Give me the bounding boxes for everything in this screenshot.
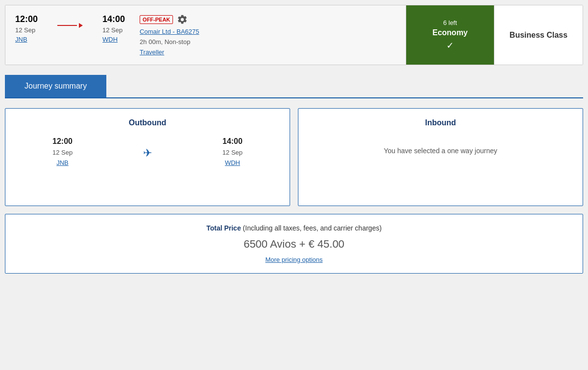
journey-summary-tab[interactable]: Journey summary <box>5 75 106 97</box>
gear-icon <box>177 14 188 25</box>
economy-seats: 6 left <box>443 19 457 26</box>
outbound-dep-time: 12:00 <box>52 137 73 146</box>
departure-date: 12 Sep <box>15 26 38 34</box>
departure-time: 12:00 <box>15 14 38 24</box>
arrow-tip <box>79 23 83 28</box>
flight-info: 12:00 12 Sep JNB 14:00 12 Sep WDH OFF-PE… <box>5 5 406 65</box>
outbound-arrival: 14:00 12 Sep WDH <box>222 137 243 166</box>
airline-col: OFF-PEAK Comair Ltd - BA6275 2h 00m, Non… <box>140 14 199 56</box>
flight-card: 12:00 12 Sep JNB 14:00 12 Sep WDH OFF-PE… <box>5 5 583 65</box>
price-value: 6500 Avios + € 45.00 <box>17 238 571 251</box>
price-box: Total Price (Including all taxes, fees, … <box>5 214 583 274</box>
outbound-arr-airport[interactable]: WDH <box>225 159 240 166</box>
business-class-box[interactable]: Business Class <box>494 5 583 65</box>
more-pricing-link[interactable]: More pricing options <box>265 256 322 263</box>
inbound-title: Inbound <box>310 118 571 127</box>
arrival-airport[interactable]: WDH <box>102 36 125 43</box>
journey-boxes: Outbound 12:00 12 Sep JNB ✈ 14:00 12 Sep… <box>5 108 583 206</box>
flight-duration: 2h 00m, Non-stop <box>140 38 199 46</box>
arrival-time: 14:00 <box>102 14 125 24</box>
departure-col: 12:00 12 Sep JNB <box>15 14 38 43</box>
economy-class-box[interactable]: 6 left Economy ✓ <box>406 5 494 65</box>
airline-name[interactable]: Comair Ltd - BA6275 <box>140 28 199 35</box>
plane-icon: ✈ <box>143 147 152 160</box>
outbound-arr-date: 12 Sep <box>222 149 243 156</box>
economy-checkmark: ✓ <box>446 40 454 51</box>
outbound-departure: 12:00 12 Sep JNB <box>52 137 73 166</box>
page-wrapper: 12:00 12 Sep JNB 14:00 12 Sep WDH OFF-PE… <box>0 0 588 278</box>
outbound-dep-airport[interactable]: JNB <box>56 159 69 166</box>
plane-icon-col: ✈ <box>143 137 152 160</box>
inbound-box: Inbound You have selected a one way jour… <box>298 108 583 206</box>
traveller-link[interactable]: Traveller <box>140 48 199 56</box>
outbound-route: 12:00 12 Sep JNB ✈ 14:00 12 Sep WDH <box>17 137 278 166</box>
outbound-dep-date: 12 Sep <box>52 149 73 156</box>
total-price-label: Total Price (Including all taxes, fees, … <box>17 224 571 232</box>
journey-section: Journey summary Outbound 12:00 12 Sep JN… <box>5 75 583 274</box>
arrival-col: 14:00 12 Sep WDH <box>102 14 125 43</box>
off-peak-badge: OFF-PEAK <box>140 15 173 24</box>
total-price-bold: Total Price <box>206 224 241 232</box>
outbound-arr-time: 14:00 <box>222 137 243 146</box>
business-label: Business Class <box>510 31 567 40</box>
journey-tab-row: Journey summary <box>5 75 583 98</box>
flight-arrow <box>52 14 88 37</box>
class-options: 6 left Economy ✓ Business Class <box>406 5 583 65</box>
outbound-title: Outbound <box>17 118 278 127</box>
arrival-date: 12 Sep <box>102 26 125 34</box>
badge-row: OFF-PEAK <box>140 14 199 25</box>
outbound-box: Outbound 12:00 12 Sep JNB ✈ 14:00 12 Sep… <box>5 108 290 206</box>
arrow-line <box>57 23 83 28</box>
departure-airport[interactable]: JNB <box>15 36 38 43</box>
economy-label: Economy <box>432 28 467 37</box>
total-price-rest: (Including all taxes, fees, and carrier … <box>241 224 382 232</box>
one-way-message: You have selected a one way journey <box>310 147 571 155</box>
